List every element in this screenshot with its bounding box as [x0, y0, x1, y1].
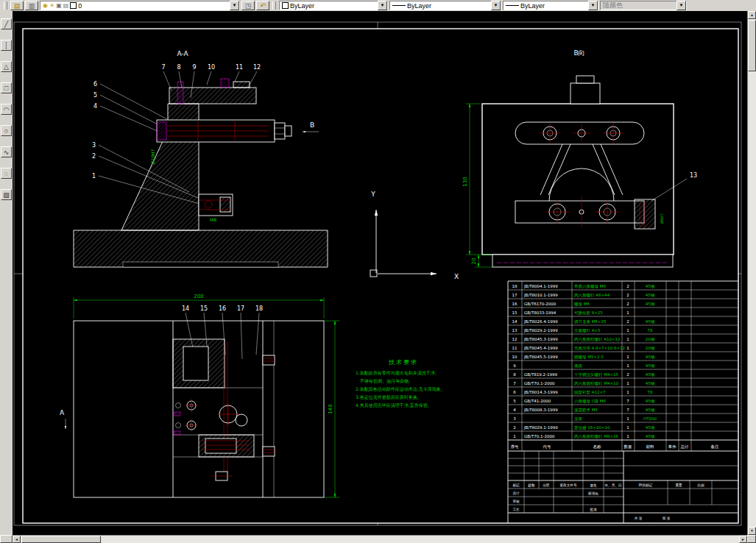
draw-tool-button[interactable]: ◠ — [1, 104, 12, 115]
layer-states-icon: ▥ — [29, 2, 35, 10]
bom-cell-material: T8 — [647, 390, 653, 394]
vertical-scrollbar-thumb[interactable] — [748, 20, 756, 71]
bom-cell-no: 5 — [513, 399, 516, 403]
layer-properties-button[interactable]: ▤ — [10, 1, 24, 10]
draw-tool-icon: ╱ — [4, 21, 8, 28]
draw-tool-button[interactable]: △ — [1, 61, 12, 72]
lineweight-value: ByLayer — [520, 2, 545, 10]
draw-tool-button[interactable]: ▨ — [1, 189, 12, 200]
lineweight-combo[interactable]: ByLayer ▼ — [503, 1, 598, 10]
callout-number: 9 — [192, 64, 196, 71]
bom-cell-no: 16 — [512, 302, 517, 306]
callout-number: 4 — [93, 103, 97, 110]
bom-cell-code: JB/T8045.4-1999 — [523, 346, 558, 351]
drawing-canvas[interactable]: A-A 7 8 9 10 11 12 6 5 4 3 2 1 — [13, 11, 747, 535]
callout-number: 8 — [177, 64, 180, 71]
bom-cell-no: 10 — [512, 355, 517, 359]
scroll-down-button[interactable]: ▼ — [748, 527, 756, 535]
bom-cell-qty: 2 — [626, 302, 629, 306]
bom-cell-qty: 7 — [626, 399, 629, 403]
layer-thaw-icon: ☀ — [49, 3, 54, 9]
base-strip — [492, 255, 673, 267]
screw — [177, 82, 183, 104]
vertical-scrollbar[interactable]: ▲ ▼ — [747, 11, 756, 535]
draw-tool-button[interactable]: ╱ — [1, 18, 12, 29]
bom-cell-no: 4 — [513, 408, 516, 412]
callout-number: 11 — [236, 64, 243, 71]
chevron-down-icon[interactable]: ▼ — [230, 1, 239, 10]
scroll-left-button[interactable]: ◄ — [13, 536, 21, 543]
bom-cell-code: JB/T8026.4-1999 — [523, 319, 558, 324]
layer-previous-button[interactable]: ↶ — [256, 1, 269, 10]
bom-cell-code: GB/T8033-1994 — [524, 310, 557, 315]
chevron-down-icon[interactable]: ▼ — [491, 1, 501, 10]
chevron-down-icon[interactable]: ▼ — [588, 1, 598, 10]
bom-cell-material: 45钢 — [646, 363, 655, 368]
bom-cell-qty: 2 — [626, 319, 629, 324]
bom-cell-name: 螺母 M6 — [574, 302, 590, 306]
titleblock-label: 处数 — [527, 483, 535, 488]
bom-cell-material: 45钢 — [646, 425, 655, 430]
bom-header: 代号 — [543, 444, 552, 449]
view-arrow-label: B — [310, 121, 314, 129]
bom-cell-code: JB/T8045.3-1999 — [523, 337, 558, 342]
bom-cell-qty: 1 — [626, 328, 629, 333]
bom-rows: 18JB/T8004.1-1999带肩六角螺母 M6245钢17JB/T8010… — [508, 284, 738, 439]
titleblock-label: 批准 — [589, 508, 597, 512]
linetype-combo[interactable]: ByLayer ▼ — [389, 1, 501, 10]
draw-tool-button[interactable]: ◌ — [1, 168, 12, 179]
title-block: 标记 处数 分区 更改文件号 签名 年、月、日 设计 标准化 审核 工艺 批准 … — [508, 451, 738, 523]
draw-tool-icon: ◌ — [4, 170, 8, 177]
scroll-right-button[interactable]: ► — [739, 536, 747, 543]
lineweight-sample — [506, 5, 519, 6]
layer-states-button[interactable]: ▥ — [25, 1, 38, 10]
callout-number: 18 — [255, 305, 263, 312]
chevron-down-icon[interactable]: ▼ — [378, 1, 387, 10]
layer-combo[interactable]: ◉ ☀ ▣ ▤ 0 ▼ — [40, 1, 240, 10]
layer-plot-icon: ▤ — [63, 3, 69, 9]
draw-tool-button[interactable]: ┆ — [1, 40, 12, 51]
bom-cell-qty: 1 — [626, 310, 629, 315]
bom-cell-no: 6 — [513, 390, 516, 394]
bom-cell-no: 7 — [513, 381, 516, 386]
bom-cell-material: 45钢 — [646, 372, 655, 377]
color-combo[interactable]: ByLayer ▼ — [279, 1, 388, 10]
draw-tool-icon: ◠ — [4, 106, 10, 113]
titleblock-label: 共 张 — [635, 517, 643, 521]
bom-cell-name: 内六角圆柱螺钉 M4×10 — [574, 381, 619, 386]
callout-number: 7 — [161, 64, 165, 71]
bom-cell-qty: 1 — [626, 425, 629, 430]
bom-cell-name: 十字槽沉头螺钉 M4×15 — [574, 372, 619, 377]
toolbar-grip[interactable] — [272, 1, 276, 10]
bom-cell-material: 45钢 — [646, 293, 655, 297]
callout-number: 3 — [92, 142, 96, 149]
layer-previous-icon: ↶ — [260, 2, 266, 10]
titleblock-label: 分区 — [542, 483, 550, 487]
bom-cell-no: 18 — [512, 284, 517, 288]
draw-tool-icon: △ — [4, 63, 9, 71]
toolbar-grip[interactable] — [4, 1, 7, 10]
horizontal-scrollbar[interactable]: ◄ ► — [13, 535, 747, 543]
view-label: B向 — [573, 49, 584, 57]
draw-tool-button[interactable]: ○ — [1, 125, 12, 136]
bom-header: 序号 — [511, 444, 520, 450]
view-b: B向 13 Ø6H7 130 20 — [462, 49, 697, 267]
bom-cell-qty: 2 — [626, 284, 629, 288]
bom-cell-name: 调节支承 M6×25 — [573, 319, 607, 324]
titleblock-label: 标记 — [512, 483, 520, 488]
plan-view: 200 14 15 16 17 18 — [60, 294, 339, 497]
chevron-down-icon: ▼ — [676, 1, 686, 10]
tech-note-line: 1.装配前所有零件均需去毛刺并清洗干净, — [356, 370, 437, 376]
draw-tool-button[interactable]: □ — [1, 82, 12, 93]
titleblock-label: 签名 — [590, 483, 596, 487]
bom-cell-material: 45钢 — [646, 355, 655, 359]
draw-tool-button[interactable]: ∿ — [1, 146, 12, 157]
titleblock-label: 第 张 — [663, 517, 671, 521]
cad-drawing: A-A 7 8 9 10 11 12 6 5 4 3 2 1 — [13, 11, 747, 535]
bom-header: 数量 — [624, 444, 633, 449]
dim-text: Ø10H7 — [150, 149, 155, 164]
side-bracket — [635, 199, 655, 229]
scroll-up-button[interactable]: ▲ — [748, 11, 756, 19]
make-object-layer-current-button[interactable]: ◳ — [241, 1, 255, 10]
horizontal-scrollbar-thumb[interactable] — [21, 536, 101, 543]
